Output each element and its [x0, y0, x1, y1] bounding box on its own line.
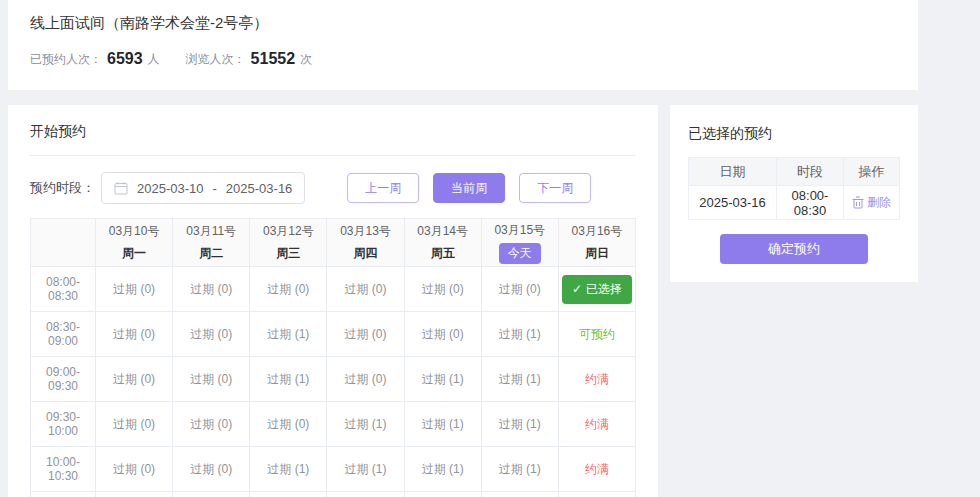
- current-week-button[interactable]: 当前周: [433, 173, 505, 203]
- day-header-date: 03月14号: [405, 223, 481, 240]
- stat-views-label: 浏览人次：: [186, 51, 246, 68]
- slot-cell-empty: [96, 492, 173, 497]
- selected-table-body: 2025-03-1608:00-08:30删除: [689, 186, 900, 220]
- day-column-header: 03月14号周五: [404, 219, 481, 267]
- full-slot-label: 约满: [585, 372, 609, 386]
- slot-cell-expired: 过期 (1): [327, 402, 404, 447]
- next-week-button[interactable]: 下一周: [519, 173, 591, 203]
- stat-booked-label: 已预约人次：: [30, 51, 102, 68]
- slot-cell-expired: 过期 (0): [96, 312, 173, 357]
- today-badge: 今天: [499, 243, 541, 264]
- stat-booked: 已预约人次： 6593 人: [30, 50, 160, 68]
- full-slot-label: 约满: [585, 417, 609, 431]
- schedule-row: 08:00-08:30过期 (0)过期 (0)过期 (0)过期 (0)过期 (0…: [31, 267, 636, 312]
- divider: [30, 155, 636, 156]
- selected-col-date: 日期: [689, 158, 777, 186]
- slot-cell-expired: 过期 (0): [96, 267, 173, 312]
- slot-cell-expired: 过期 (1): [481, 447, 558, 492]
- slot-cell-expired: 过期 (0): [250, 402, 327, 447]
- stat-booked-unit: 人: [148, 51, 160, 68]
- date-range-start: 2025-03-10: [137, 181, 204, 196]
- room-header-card: 线上面试间（南路学术会堂-2号亭） 已预约人次： 6593 人 浏览人次： 51…: [8, 0, 918, 90]
- stat-booked-value: 6593: [107, 50, 143, 68]
- stat-views-unit: 次: [300, 51, 312, 68]
- week-nav: 上一周 当前周 下一周: [347, 173, 591, 203]
- day-header-weekday: 周三: [250, 245, 326, 262]
- day-column-header: 03月15号今天: [481, 219, 558, 267]
- day-header-weekday: 周日: [559, 245, 635, 262]
- schedule-body: 08:00-08:30过期 (0)过期 (0)过期 (0)过期 (0)过期 (0…: [31, 267, 636, 497]
- selected-table-header-row: 日期 时段 操作: [689, 158, 900, 186]
- slot-cell-expired: 过期 (0): [96, 402, 173, 447]
- slot-cell-empty: [250, 492, 327, 497]
- slot-cell-selected: ✓已选择: [558, 267, 635, 312]
- slot-cell-full: 约满: [558, 447, 635, 492]
- schedule-header-row: 03月10号周一03月11号周二03月12号周三03月13号周四03月14号周五…: [31, 219, 636, 267]
- day-header-weekday: 周二: [173, 245, 249, 262]
- slot-cell-full: 约满: [558, 357, 635, 402]
- check-icon: ✓: [572, 282, 582, 296]
- date-range-label: 预约时段：: [30, 179, 95, 197]
- slot-cell-expired: 过期 (0): [404, 267, 481, 312]
- selected-booking-date: 2025-03-16: [689, 186, 777, 220]
- stats-row: 已预约人次： 6593 人 浏览人次： 51552 次: [30, 50, 896, 68]
- confirm-booking-button[interactable]: 确定预约: [720, 234, 868, 264]
- slot-cell-expired: 过期 (0): [173, 312, 250, 357]
- slot-cell-expired: 过期 (0): [173, 267, 250, 312]
- trash-icon: [852, 196, 864, 209]
- time-slot-label: 09:30-10:00: [31, 402, 96, 447]
- date-range-end: 2025-03-16: [226, 181, 293, 196]
- slot-cell-expired: 过期 (0): [327, 312, 404, 357]
- day-header-date: 03月15号: [482, 222, 558, 239]
- slot-cell-available[interactable]: 可预约: [558, 312, 635, 357]
- slot-cell-expired: 过期 (0): [173, 357, 250, 402]
- available-slot-label[interactable]: 可预约: [579, 327, 615, 341]
- stat-views: 浏览人次： 51552 次: [186, 50, 313, 68]
- slot-cell-expired: 过期 (0): [96, 447, 173, 492]
- selected-booking-action: 删除: [844, 186, 900, 220]
- slot-cell-expired: 过期 (0): [327, 267, 404, 312]
- selected-col-action: 操作: [844, 158, 900, 186]
- delete-link-label: 删除: [867, 194, 891, 211]
- selected-panel-title: 已选择的预约: [688, 125, 900, 143]
- slot-cell-expired: 过期 (0): [96, 357, 173, 402]
- slot-cell-expired: 过期 (1): [404, 357, 481, 402]
- selected-col-slot: 时段: [777, 158, 844, 186]
- prev-week-button[interactable]: 上一周: [347, 173, 419, 203]
- date-range-input[interactable]: 2025-03-10 - 2025-03-16: [101, 172, 305, 204]
- time-slot-label: [31, 492, 96, 497]
- page-title: 线上面试间（南路学术会堂-2号亭）: [30, 14, 896, 33]
- day-header-date: 03月13号: [327, 223, 403, 240]
- slot-cell-empty: [481, 492, 558, 497]
- schedule-row: 10:00-10:30过期 (0)过期 (0)过期 (1)过期 (1)过期 (1…: [31, 447, 636, 492]
- day-header-weekday: 周四: [327, 245, 403, 262]
- selected-table: 日期 时段 操作 2025-03-1608:00-08:30删除: [688, 157, 900, 220]
- schedule-row: 09:30-10:00过期 (0)过期 (0)过期 (0)过期 (1)过期 (1…: [31, 402, 636, 447]
- slot-cell-expired: 过期 (1): [481, 312, 558, 357]
- time-slot-label: 09:00-09:30: [31, 357, 96, 402]
- slot-cell-expired: 过期 (1): [404, 447, 481, 492]
- schedule-row: 09:00-09:30过期 (0)过期 (0)过期 (1)过期 (0)过期 (1…: [31, 357, 636, 402]
- slot-cell-expired: 过期 (0): [173, 447, 250, 492]
- full-slot-label: 约满: [585, 462, 609, 476]
- slot-cell-expired: 过期 (1): [404, 402, 481, 447]
- selected-booking-slot: 08:00-08:30: [777, 186, 844, 220]
- selected-slot-button[interactable]: ✓已选择: [562, 275, 632, 304]
- schedule-row: [31, 492, 636, 497]
- slot-cell-expired: 过期 (0): [481, 267, 558, 312]
- booking-panel-title: 开始预约: [30, 123, 636, 141]
- schedule-table: 03月10号周一03月11号周二03月12号周三03月13号周四03月14号周五…: [30, 218, 636, 497]
- slot-cell-expired: 过期 (1): [481, 402, 558, 447]
- day-column-header: 03月13号周四: [327, 219, 404, 267]
- slot-cell-expired: 过期 (1): [327, 447, 404, 492]
- selected-slot-label: 已选择: [586, 281, 622, 298]
- delete-booking-link[interactable]: 删除: [852, 194, 891, 211]
- day-header-weekday: 周一: [96, 245, 172, 262]
- slot-cell-empty: [327, 492, 404, 497]
- day-column-header: 03月11号周二: [173, 219, 250, 267]
- day-header-date: 03月10号: [96, 223, 172, 240]
- selected-booking-row: 2025-03-1608:00-08:30删除: [689, 186, 900, 220]
- calendar-icon: [114, 181, 128, 195]
- slot-cell-empty: [404, 492, 481, 497]
- date-range-separator: -: [213, 181, 217, 196]
